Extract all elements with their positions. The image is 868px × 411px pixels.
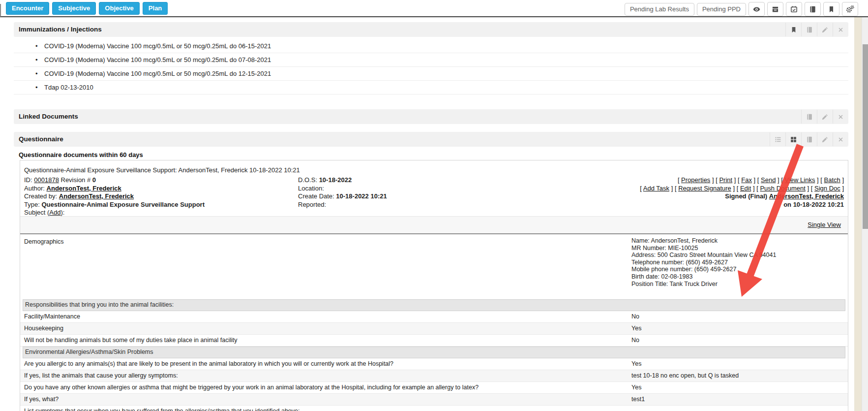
book-icon[interactable] [801, 23, 817, 36]
list-item: COVID-19 (Moderna) Vaccine 100 mcg/0.5mL… [14, 39, 848, 53]
book-icon[interactable] [801, 110, 817, 124]
table-row-demographics: Demographics Name: AndersonTest, Frederi… [20, 235, 848, 299]
pencil-icon[interactable] [817, 132, 833, 146]
batch-link[interactable]: Batch [824, 176, 840, 184]
signed-label: Signed (Final) [725, 192, 767, 200]
single-view-link[interactable]: Single View [808, 217, 841, 233]
questionnaire-table: Demographics Name: AndersonTest, Frederi… [20, 235, 848, 411]
scrollbar[interactable] [862, 17, 868, 411]
app-window: Encounter Subjective Objective Plan Pend… [0, 0, 868, 411]
answer-text: Yes [631, 382, 641, 393]
question-text: If yes, what? [24, 396, 59, 403]
push-document-link[interactable]: Push Document [760, 185, 806, 192]
table-row: Do you have any other known allergies or… [20, 382, 848, 394]
sign-doc-link[interactable]: Sign Doc [814, 185, 840, 192]
question-text: Do you have any other known allergies or… [24, 384, 479, 391]
subject-suffix: ): [60, 209, 64, 216]
request-signature-link[interactable]: Request Signature [678, 185, 731, 192]
calendar-check-icon[interactable] [786, 2, 802, 16]
subject-label: Subject ( [24, 209, 49, 216]
objective-button[interactable]: Objective [99, 2, 140, 15]
pencil-icon[interactable] [817, 110, 833, 124]
type-value: Questionnaire-Animal Exposure Surveillan… [41, 201, 205, 208]
archive-icon[interactable] [767, 2, 783, 16]
list-item: COVID-19 (Moderna) Vaccine 100 mcg/0.5mL… [14, 67, 848, 81]
section-icon-group [770, 132, 848, 146]
scrollbar-thumb[interactable] [863, 44, 868, 229]
plan-button[interactable]: Plan [143, 2, 168, 15]
top-toolbar: Encounter Subjective Objective Plan Pend… [0, 0, 868, 17]
demographic-line: Position Title: Tank Truck Driver [631, 281, 776, 288]
toolbar-right-group: Pending Lab Results Pending PPD [625, 2, 858, 16]
pending-ppd-button[interactable]: Pending PPD [697, 3, 746, 16]
demographic-line: Birth date: 02-08-1983 [631, 273, 776, 281]
page-gutter [854, 17, 862, 411]
section-questionnaire: Questionnaire [14, 132, 848, 147]
book-icon[interactable] [805, 2, 821, 16]
created-by-link[interactable]: AndersonTest, Frederick [59, 192, 134, 200]
demographic-line: Telephone number: (650) 459-2627 [631, 259, 776, 266]
signed-status-line: Signed (Final) AndersonTest, Frederick [640, 192, 844, 201]
table-section-header: Environmental Allergies/Asthma/Skin Prob… [23, 347, 845, 358]
single-view-bar: Single View [20, 216, 848, 234]
view-links-link[interactable]: View Links [785, 176, 815, 184]
subjective-button[interactable]: Subjective [52, 2, 96, 15]
print-link[interactable]: Print [719, 176, 732, 184]
answer-text: No [631, 335, 639, 346]
revision-value: 0 [92, 176, 96, 184]
properties-link[interactable]: Properties [681, 176, 710, 184]
panel-divider [0, 4, 1, 17]
section-title: Linked Documents [19, 109, 78, 124]
section-immunizations: Immunizations / Injections [14, 22, 848, 37]
immunization-list: COVID-19 (Moderna) Vaccine 100 mcg/0.5mL… [14, 39, 848, 95]
subject-add-link[interactable]: Add [49, 209, 60, 216]
demographic-line: Mobile phone number: (650) 459-2627 [631, 266, 776, 273]
document-id-link[interactable]: 0001878 [34, 176, 59, 184]
edit-link[interactable]: Edit [740, 185, 751, 192]
encounter-button[interactable]: Encounter [6, 2, 49, 15]
eye-icon[interactable] [748, 2, 765, 16]
location-label: Location: [298, 185, 324, 192]
pencil-icon[interactable] [817, 23, 833, 36]
fax-link[interactable]: Fax [741, 176, 752, 184]
book-icon[interactable] [801, 132, 817, 146]
close-icon[interactable] [833, 23, 848, 36]
question-text: Are you allergic to any animals(s) that … [24, 360, 393, 367]
bookmark-icon[interactable] [823, 2, 839, 16]
close-icon[interactable] [833, 132, 848, 146]
document-info-middle: D.O.S: 10-18-2022 Location: Create Date:… [298, 176, 387, 209]
demographic-line: Address: 500 Castro Street Mountain View… [631, 252, 776, 259]
type-label: Type: [24, 201, 40, 208]
table-section-header: Responsibilities that bring you into the… [23, 299, 845, 311]
signed-date-line: on 10-18-2022 10:21 [640, 201, 844, 209]
author-link[interactable]: AndersonTest, Frederick [47, 185, 121, 192]
list-item: COVID-19 (Moderna) Vaccine 100 mcg/0.5mL… [14, 53, 848, 67]
send-link[interactable]: Send [761, 176, 776, 184]
reported-label: Reported: [298, 201, 326, 208]
bookmark-icon[interactable] [785, 23, 801, 36]
pending-lab-results-button[interactable]: Pending Lab Results [625, 3, 694, 16]
create-date-label: Create Date: [298, 192, 334, 200]
answer-text: test 10-18 no enc open, but Q is tasked [631, 370, 739, 381]
question-text: Facility/Maintenance [24, 313, 80, 320]
document-title: Questionnaire-Animal Exposure Surveillan… [24, 166, 300, 174]
grid-view-icon[interactable] [785, 132, 801, 146]
signed-by-link[interactable]: AndersonTest, Frederick [769, 192, 844, 200]
section-linked-documents: Linked Documents [14, 109, 848, 124]
question-text: List symptoms that occur when you have s… [24, 408, 300, 411]
section-icon-group [801, 110, 848, 124]
list-view-icon[interactable] [770, 132, 785, 146]
gears-icon[interactable] [842, 2, 858, 16]
demographics-label: Demographics [24, 238, 64, 245]
questionnaire-document-panel: Questionnaire-Animal Exposure Surveillan… [20, 160, 848, 411]
table-row: If yes, what?test1 [20, 394, 848, 406]
answer-text: Yes [631, 358, 641, 370]
demographic-line: MR Number: MIE-10025 [631, 245, 776, 252]
document-actions: Properties Print Fax Send View Links Bat… [640, 176, 844, 209]
close-icon[interactable] [833, 110, 848, 124]
add-task-link[interactable]: Add Task [643, 185, 669, 192]
answer-text: Yes [631, 323, 641, 334]
demographic-line: Name: AndersonTest, Frederick [631, 237, 776, 245]
list-item: Tdap 02-13-2010 [14, 81, 848, 95]
demographics-values: Name: AndersonTest, Frederick MR Number:… [631, 237, 776, 287]
